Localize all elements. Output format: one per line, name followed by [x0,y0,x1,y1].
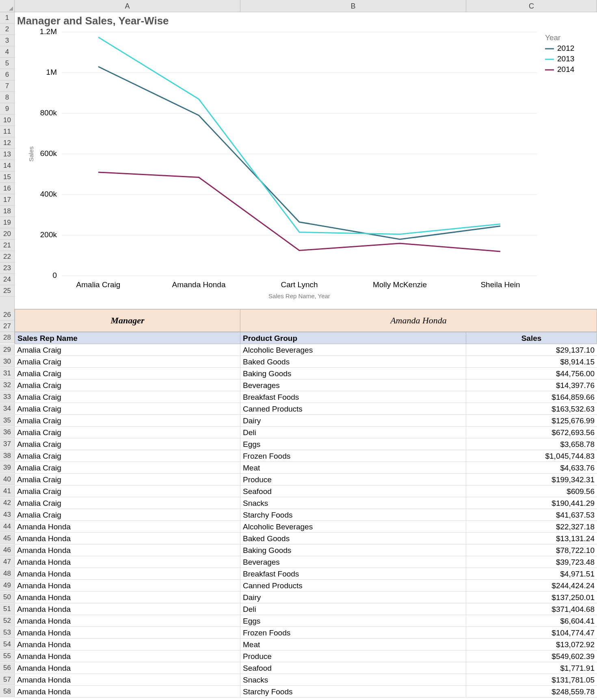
row-header[interactable]: 13 [0,149,14,160]
table-cell[interactable]: Canned Products [240,580,466,592]
table-cell[interactable]: Amanda Honda [15,615,240,627]
row-header[interactable]: 20 [0,228,14,240]
table-cell[interactable]: $44,756.00 [466,368,597,379]
row-header[interactable]: 38 [0,450,15,462]
row-header[interactable]: 49 [0,580,15,591]
spreadsheet-grid[interactable]: A B C 1234567891011121314151617181920212… [0,0,597,698]
table-cell[interactable]: $190,441.29 [466,497,597,509]
table-cell[interactable]: Amalia Craig [15,509,240,521]
row-header[interactable]: 31 [0,368,15,379]
column-header-C[interactable]: C [466,0,597,12]
table-cell[interactable]: Alcoholic Beverages [240,344,466,356]
row-header[interactable]: 33 [0,391,15,403]
row-header[interactable]: 39 [0,462,15,473]
row-header[interactable]: 3 [0,35,14,46]
table-cell[interactable]: Amanda Honda [15,533,240,544]
row-header[interactable]: 24 [0,274,14,285]
table-cell[interactable]: $248,559.78 [466,686,597,698]
table-cell[interactable]: Canned Products [240,403,466,415]
table-cell[interactable]: $29,137.10 [466,344,597,356]
table-cell[interactable]: Beverages [240,556,466,568]
row-header[interactable]: 35 [0,415,15,426]
select-all-corner[interactable] [0,0,15,12]
table-cell[interactable]: $1,045,744.83 [466,450,597,462]
table-cell[interactable]: Amanda Honda [15,592,240,603]
table-cell[interactable]: Amalia Craig [15,415,240,427]
table-cell[interactable]: Amanda Honda [15,521,240,533]
table-cell[interactable]: Produce [240,650,466,662]
table-cell[interactable]: Amalia Craig [15,462,240,474]
table-cell[interactable]: $6,604.41 [466,615,597,627]
row-header[interactable]: 45 [0,533,15,544]
row-header[interactable]: 42 [0,497,15,509]
row-header[interactable]: 18 [0,206,14,217]
row-header[interactable]: 19 [0,217,14,228]
table-cell[interactable]: Breakfast Foods [240,391,466,403]
table-cell[interactable]: Amanda Honda [15,674,240,686]
table-cell[interactable]: Amalia Craig [15,368,240,379]
table-cell[interactable]: $199,342.31 [466,474,597,485]
table-cell[interactable]: Breakfast Foods [240,568,466,580]
table-cell[interactable]: $1,771.91 [466,662,597,674]
row-header[interactable]: 54 [0,639,15,650]
table-cell[interactable]: $125,676.99 [466,415,597,427]
table-cell[interactable]: Amanda Honda [15,686,240,698]
table-cell[interactable]: Frozen Foods [240,627,466,639]
table-cell[interactable]: Amalia Craig [15,344,240,356]
row-header[interactable]: 25 [0,285,14,297]
table-cell[interactable]: Snacks [240,674,466,686]
row-header[interactable]: 2 [0,24,14,35]
table-cell[interactable]: Amanda Honda [15,544,240,556]
col-header-product-group[interactable]: Product Group [240,332,466,344]
table-cell[interactable]: Deli [240,603,466,615]
row-header[interactable]: 11 [0,126,14,137]
table-cell[interactable]: Meat [240,639,466,650]
table-cell[interactable]: Deli [240,427,466,438]
row-header[interactable]: 30 [0,356,15,367]
table-cell[interactable]: Amalia Craig [15,379,240,391]
table-cell[interactable]: Amanda Honda [15,662,240,674]
col-header-sales-rep[interactable]: Sales Rep Name [15,332,240,344]
table-cell[interactable]: Amalia Craig [15,391,240,403]
row-header[interactable]: 14 [0,160,14,171]
table-cell[interactable]: $78,722.10 [466,544,597,556]
row-header[interactable]: 43 [0,509,15,520]
row-header[interactable]: 22 [0,251,14,262]
table-cell[interactable]: Amanda Honda [15,627,240,639]
chart-container[interactable]: Manager and Sales, Year-Wise 0200k400k60… [15,12,597,309]
table-cell[interactable]: Baking Goods [240,368,466,379]
table-cell[interactable]: Amanda Honda [15,556,240,568]
row-header[interactable]: 6 [0,69,14,80]
table-cell[interactable]: Amanda Honda [15,650,240,662]
row-header[interactable]: 55 [0,650,15,662]
table-cell[interactable]: $8,914.15 [466,356,597,368]
row-header[interactable]: 47 [0,556,15,568]
table-cell[interactable]: $549,602.39 [466,650,597,662]
row-header[interactable]: 7 [0,80,14,92]
table-cell[interactable]: $163,532.63 [466,403,597,415]
table-cell[interactable]: Meat [240,462,466,474]
table-cell[interactable]: Amanda Honda [15,639,240,650]
row-header[interactable]: 44 [0,521,15,532]
table-cell[interactable]: Amalia Craig [15,438,240,450]
table-cell[interactable]: Frozen Foods [240,450,466,462]
row-header[interactable]: 53 [0,627,15,638]
row-header[interactable]: 26 [0,309,14,321]
table-cell[interactable]: Amalia Craig [15,450,240,462]
row-header[interactable]: 21 [0,240,14,251]
table-cell[interactable]: $13,131.24 [466,533,597,544]
table-cell[interactable]: $3,658.78 [466,438,597,450]
table-cell[interactable]: Beverages [240,379,466,391]
table-cell[interactable]: $244,424.24 [466,580,597,592]
row-header[interactable]: 46 [0,544,15,556]
table-cell[interactable]: $13,072.92 [466,639,597,650]
table-cell[interactable]: $371,404.68 [466,603,597,615]
table-cell[interactable]: Alcoholic Beverages [240,521,466,533]
table-cell[interactable]: $4,971.51 [466,568,597,580]
table-cell[interactable]: Baked Goods [240,533,466,544]
row-header[interactable]: 51 [0,603,15,615]
row-header[interactable]: 10 [0,115,14,126]
row-header[interactable]: 9 [0,103,14,115]
line-chart[interactable]: 0200k400k600k800k1M1.2MSalesAmalia Craig… [17,28,590,304]
table-cell[interactable]: Dairy [240,415,466,427]
